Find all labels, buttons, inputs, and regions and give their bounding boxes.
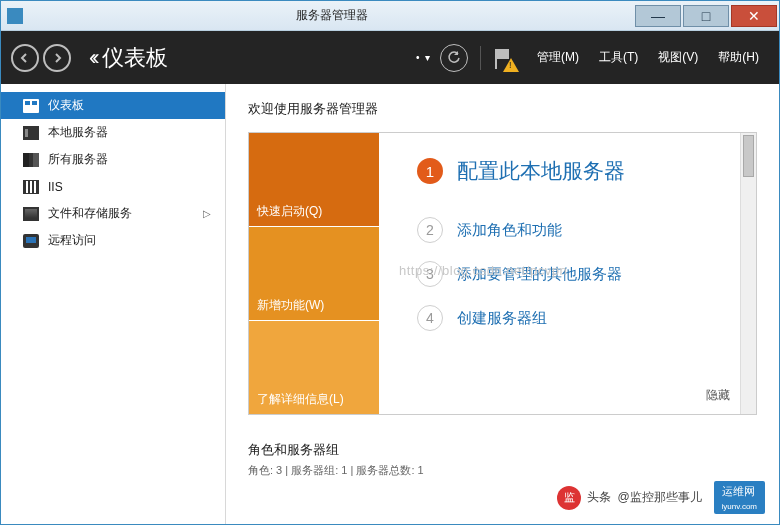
sidebar-item-label: 仪表板 <box>48 97 84 114</box>
main-content: 欢迎使用服务器管理器 快速启动(Q) 新增功能(W) 了解详细信息(L) htt… <box>226 84 779 524</box>
sidebar-item-all-servers[interactable]: 所有服务器 <box>1 146 225 173</box>
body: 仪表板 本地服务器 所有服务器 IIS 文件和存储服务 ▷ 远程访问 欢迎使用服… <box>1 84 779 524</box>
hide-link[interactable]: 隐藏 <box>706 387 730 404</box>
sidebar-item-label: 文件和存储服务 <box>48 205 132 222</box>
sidebar-item-remote-access[interactable]: 远程访问 <box>1 227 225 254</box>
attribution: 监 头条 @监控那些事儿 运维网 iyunv.com <box>557 481 765 514</box>
breadcrumb-dropdown[interactable]: • ▾ <box>416 52 430 63</box>
scrollbar[interactable] <box>740 133 756 414</box>
welcome-tile: 快速启动(Q) 新增功能(W) 了解详细信息(L) https://blog.c… <box>248 132 757 415</box>
step-link: 创建服务器组 <box>457 309 547 328</box>
minimize-button[interactable]: — <box>635 5 681 27</box>
menu-tools[interactable]: 工具(T) <box>599 49 638 66</box>
step-number: 1 <box>417 158 443 184</box>
brand-badge: 运维网 iyunv.com <box>714 481 765 514</box>
step-link: 添加角色和功能 <box>457 221 562 240</box>
storage-icon <box>23 207 39 221</box>
app-icon <box>7 8 23 24</box>
page-title: ‹‹仪表板 <box>89 43 168 73</box>
step-create-group[interactable]: 4 创建服务器组 <box>417 305 726 331</box>
source-name: @监控那些事儿 <box>617 489 701 506</box>
menu-manage[interactable]: 管理(M) <box>537 49 579 66</box>
menu-view[interactable]: 视图(V) <box>658 49 698 66</box>
sidebar-item-label: IIS <box>48 180 63 194</box>
maximize-button[interactable]: □ <box>683 5 729 27</box>
sidebar-item-file-storage[interactable]: 文件和存储服务 ▷ <box>1 200 225 227</box>
refresh-button[interactable] <box>440 44 468 72</box>
sidebar-item-local-server[interactable]: 本地服务器 <box>1 119 225 146</box>
avatar-icon: 监 <box>557 486 581 510</box>
back-button[interactable] <box>11 44 39 72</box>
server-icon <box>23 126 39 140</box>
dashboard-icon <box>23 99 39 113</box>
sidebar: 仪表板 本地服务器 所有服务器 IIS 文件和存储服务 ▷ 远程访问 <box>1 84 226 524</box>
step-number: 2 <box>417 217 443 243</box>
remote-icon <box>23 234 39 248</box>
iis-icon <box>23 180 39 194</box>
quickstart-steps: https://blog.csdn.net/pcvpn 1 配置此本地服务器 2… <box>379 133 756 414</box>
step-configure-local[interactable]: 1 配置此本地服务器 <box>417 157 726 185</box>
tab-learnmore[interactable]: 了解详细信息(L) <box>249 320 379 414</box>
step-number: 4 <box>417 305 443 331</box>
notifications-button[interactable] <box>493 47 515 69</box>
forward-button[interactable] <box>43 44 71 72</box>
tab-quickstart[interactable]: 快速启动(Q) <box>249 133 379 226</box>
welcome-heading: 欢迎使用服务器管理器 <box>248 100 757 118</box>
tab-whatsnew[interactable]: 新增功能(W) <box>249 226 379 320</box>
step-link: 添加要管理的其他服务器 <box>457 265 622 284</box>
arrow-left-icon <box>19 52 31 64</box>
sidebar-item-label: 本地服务器 <box>48 124 108 141</box>
servers-icon <box>23 153 39 167</box>
step-add-servers[interactable]: 3 添加要管理的其他服务器 <box>417 261 726 287</box>
sidebar-item-iis[interactable]: IIS <box>1 173 225 200</box>
close-button[interactable]: ✕ <box>731 5 777 27</box>
roles-heading: 角色和服务器组 <box>248 441 757 459</box>
sidebar-item-label: 远程访问 <box>48 232 96 249</box>
refresh-icon <box>447 51 461 65</box>
navbar: ‹‹仪表板 • ▾ 管理(M) 工具(T) 视图(V) 帮助(H) <box>1 31 779 84</box>
step-add-roles[interactable]: 2 添加角色和功能 <box>417 217 726 243</box>
step-number: 3 <box>417 261 443 287</box>
welcome-tabs: 快速启动(Q) 新增功能(W) 了解详细信息(L) <box>249 133 379 414</box>
step-link: 配置此本地服务器 <box>457 157 625 185</box>
roles-summary: 角色: 3 | 服务器组: 1 | 服务器总数: 1 <box>248 463 757 478</box>
window-title: 服务器管理器 <box>29 7 635 24</box>
chevron-right-icon: ▷ <box>203 208 211 219</box>
separator <box>480 46 481 70</box>
menu-help[interactable]: 帮助(H) <box>718 49 759 66</box>
arrow-right-icon <box>51 52 63 64</box>
sidebar-item-label: 所有服务器 <box>48 151 108 168</box>
sidebar-item-dashboard[interactable]: 仪表板 <box>1 92 225 119</box>
warning-icon <box>503 58 519 72</box>
titlebar: 服务器管理器 — □ ✕ <box>1 1 779 31</box>
source-prefix: 头条 <box>587 489 611 506</box>
